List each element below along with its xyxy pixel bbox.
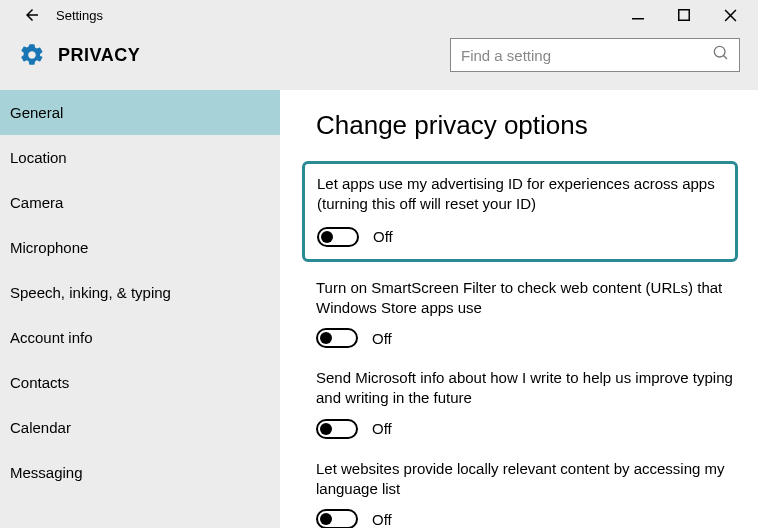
content-pane: Change privacy options Let apps use my a… [280, 90, 758, 528]
toggle-knob [321, 231, 333, 243]
maximize-icon [678, 9, 690, 21]
setting-description: Turn on SmartScreen Filter to check web … [316, 278, 734, 319]
setting-block: Let websites provide locally relevant co… [316, 459, 734, 529]
main-area: GeneralLocationCameraMicrophoneSpeech, i… [0, 90, 758, 528]
toggle-row: Off [316, 328, 734, 348]
toggle-state-label: Off [373, 228, 393, 245]
sidebar-item-microphone[interactable]: Microphone [0, 225, 280, 270]
minimize-icon [632, 9, 644, 21]
minimize-button[interactable] [626, 3, 650, 27]
content-heading: Change privacy options [316, 110, 734, 141]
search-input[interactable] [461, 47, 713, 64]
window-controls [626, 3, 754, 27]
toggle-row: Off [316, 509, 734, 528]
arrow-left-icon [23, 6, 41, 24]
toggle-switch[interactable] [317, 227, 359, 247]
sidebar-item-general[interactable]: General [0, 90, 280, 135]
toggle-knob [320, 332, 332, 344]
sidebar-item-location[interactable]: Location [0, 135, 280, 180]
search-icon [713, 45, 729, 65]
toggle-knob [320, 423, 332, 435]
title-bar: Settings [0, 0, 758, 30]
setting-description: Send Microsoft info about how I write to… [316, 368, 734, 409]
toggle-state-label: Off [372, 420, 392, 437]
toggle-switch[interactable] [316, 328, 358, 348]
search-box[interactable] [450, 38, 740, 72]
sidebar-item-camera[interactable]: Camera [0, 180, 280, 225]
toggle-switch[interactable] [316, 509, 358, 528]
svg-rect-1 [679, 10, 690, 21]
toggle-state-label: Off [372, 330, 392, 347]
back-button[interactable] [18, 1, 46, 29]
setting-description: Let apps use my advertising ID for exper… [317, 174, 723, 215]
close-icon [724, 9, 737, 22]
sidebar-item-calendar[interactable]: Calendar [0, 405, 280, 450]
page-title: PRIVACY [58, 45, 140, 66]
setting-block: Turn on SmartScreen Filter to check web … [316, 278, 734, 349]
toggle-row: Off [316, 419, 734, 439]
sidebar: GeneralLocationCameraMicrophoneSpeech, i… [0, 90, 280, 528]
setting-description: Let websites provide locally relevant co… [316, 459, 734, 500]
toggle-state-label: Off [372, 511, 392, 528]
header: PRIVACY [0, 30, 758, 90]
setting-block: Send Microsoft info about how I write to… [316, 368, 734, 439]
sidebar-item-account-info[interactable]: Account info [0, 315, 280, 360]
sidebar-item-contacts[interactable]: Contacts [0, 360, 280, 405]
maximize-button[interactable] [672, 3, 696, 27]
gear-icon [18, 41, 46, 69]
highlighted-setting: Let apps use my advertising ID for exper… [302, 161, 738, 262]
sidebar-item-speech-inking-typing[interactable]: Speech, inking, & typing [0, 270, 280, 315]
sidebar-item-messaging[interactable]: Messaging [0, 450, 280, 495]
close-button[interactable] [718, 3, 742, 27]
svg-rect-0 [632, 18, 644, 20]
window-title: Settings [56, 8, 103, 23]
toggle-switch[interactable] [316, 419, 358, 439]
toggle-knob [320, 513, 332, 525]
toggle-row: Off [317, 227, 723, 247]
